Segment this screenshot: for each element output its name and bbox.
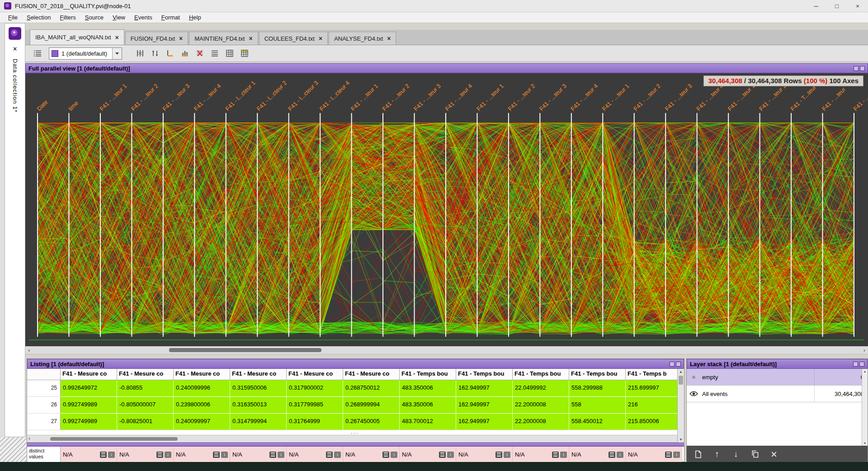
layer-visible-eye-icon[interactable] (687, 391, 700, 396)
duplicate-layer-button[interactable] (749, 448, 761, 460)
listing-column-header[interactable]: F41 - Temps bou (569, 369, 626, 380)
listing-cell[interactable]: 0.317799985 (287, 397, 343, 414)
distinct-cell[interactable]: N/A↕ (400, 447, 456, 462)
distinct-cell[interactable]: N/A↕ (287, 447, 343, 462)
listing-column-header[interactable]: F41 - Mesure co (61, 369, 117, 380)
listing-cell[interactable]: 0.992749989 (61, 414, 117, 430)
tab-close-icon[interactable]: × (115, 34, 119, 41)
listing-column-header[interactable]: F41 - Mesure co (230, 369, 287, 380)
view-selector-dropdown[interactable]: 1 (default/default) (49, 47, 122, 60)
panel-float-icon[interactable] (854, 66, 859, 71)
distinct-list-icon[interactable] (269, 452, 276, 458)
menu-item-source[interactable]: Source (80, 13, 108, 22)
distinct-sort-icon[interactable]: ↕ (673, 452, 680, 458)
listing-cell[interactable]: 0.240099996 (174, 380, 230, 397)
maximize-button[interactable]: □ (826, 0, 847, 12)
listing-cell[interactable]: 483.350006 (400, 397, 456, 414)
distinct-list-icon[interactable] (439, 452, 446, 458)
canvas-h-scrollbar-thumb[interactable] (169, 348, 321, 352)
distinct-sort-icon[interactable]: ↕ (447, 452, 454, 458)
listing-cell[interactable]: 22.2000008 (513, 414, 569, 430)
listing-cell[interactable]: -0.80855 (117, 380, 174, 397)
scroll-left-icon[interactable]: ‹ (28, 435, 30, 442)
listing-cell[interactable]: 0.314799994 (230, 414, 287, 430)
distinct-list-icon[interactable] (495, 452, 502, 458)
scroll-left-icon[interactable]: ‹ (28, 347, 30, 353)
distinct-sort-icon[interactable]: ↕ (108, 452, 115, 458)
listing-v-scrollbar-thumb[interactable] (679, 376, 683, 385)
distinct-list-icon[interactable] (382, 452, 389, 458)
tab-close-icon[interactable]: × (387, 35, 391, 42)
panel-maximize-icon[interactable] (859, 362, 864, 367)
listing-cell[interactable]: 0.315950006 (230, 380, 287, 397)
tab-close-icon[interactable]: × (179, 35, 183, 42)
distinct-cell[interactable]: N/A↕ (456, 447, 513, 462)
listing-column-header[interactable]: F41 - Mesure co (287, 369, 343, 380)
listing-cell[interactable]: 0.316350013 (230, 397, 287, 414)
menu-item-filters[interactable]: Filters (55, 13, 80, 22)
axes-reorder-icon[interactable] (149, 47, 161, 59)
listing-cell[interactable]: 0.317900002 (287, 380, 343, 397)
distinct-cell[interactable]: N/A↕ (513, 447, 569, 462)
listing-cell[interactable]: 0.31764999 (287, 414, 343, 430)
distinct-sort-icon[interactable]: ↕ (504, 452, 510, 458)
listing-column-header[interactable]: F41 - Temps bou (456, 369, 513, 380)
chevron-down-icon[interactable] (112, 48, 122, 59)
rows-list-icon[interactable] (208, 47, 221, 59)
listing-column-header[interactable]: F41 - Mesure co (174, 369, 230, 380)
table-icon[interactable] (223, 47, 236, 59)
distinct-sort-icon[interactable]: ↕ (560, 452, 567, 458)
tab-iba_maint_all_woqnan-txt[interactable]: IBA_MAINT_all_woQNAN.txt× (30, 29, 124, 45)
scroll-right-icon[interactable]: › (863, 347, 865, 353)
listing-cell[interactable]: 483.350006 (400, 380, 456, 397)
collection-close-icon[interactable]: × (13, 45, 17, 52)
listing-cell[interactable]: 162.949997 (456, 380, 513, 397)
scroll-up-icon[interactable]: ▲ (862, 370, 868, 373)
listing-cell[interactable]: -0.80825001 (117, 414, 174, 430)
distinct-cell[interactable]: N/A↕ (117, 447, 174, 462)
distinct-sort-icon[interactable]: ↕ (278, 452, 284, 458)
distinct-list-icon[interactable] (100, 452, 107, 458)
listing-h-scrollbar[interactable]: ‹ › (27, 435, 682, 443)
panel-maximize-icon[interactable] (676, 362, 681, 367)
tab-analyse_fd4-txt[interactable]: ANALYSE_FD4.txt× (329, 32, 396, 45)
listing-column-header[interactable]: F41 - Temps b (626, 369, 682, 380)
distinct-cell[interactable]: N/A↕ (230, 447, 287, 462)
distinct-list-icon[interactable] (552, 452, 559, 458)
delete-layer-button[interactable] (768, 448, 780, 460)
tab-coulees_fd4-txt[interactable]: COULEES_FD4.txt× (259, 32, 328, 45)
listing-cell[interactable]: 0.992649972 (61, 380, 117, 397)
listing-column-header[interactable]: F41 - Mesure co (117, 369, 174, 380)
listing-cell[interactable]: 558.299988 (569, 380, 626, 397)
listing-cell[interactable]: 216 (626, 397, 682, 414)
listing-cell[interactable]: 0.267450005 (343, 414, 400, 430)
listing-column-header[interactable]: F41 - Mesure co (343, 369, 400, 380)
listing-cell[interactable]: 0.240099997 (174, 414, 230, 430)
menu-item-view[interactable]: View (108, 13, 130, 22)
panel-maximize-icon[interactable] (860, 66, 865, 71)
listing-cell[interactable]: 162.949997 (456, 397, 513, 414)
collection-tab[interactable]: × Data collection 1* (5, 23, 25, 437)
menu-item-help[interactable]: Help (184, 13, 206, 22)
distinct-list-icon[interactable] (213, 452, 220, 458)
distinct-cell[interactable]: N/A↕ (569, 447, 626, 462)
layer-row-empty[interactable]: empty0 (687, 369, 868, 386)
listing-cell[interactable]: -0.805000007 (117, 397, 174, 414)
parallel-coordinates-view[interactable]: DatetimeF41 - ...teur 1F41 - ...teur 2F4… (25, 73, 868, 346)
distinct-sort-icon[interactable]: ↕ (391, 452, 397, 458)
listing-cell[interactable]: 215.699997 (626, 380, 682, 397)
axis-baseline-icon[interactable] (164, 47, 176, 59)
distinct-cell[interactable]: N/A↕ (174, 447, 230, 462)
listing-cell[interactable]: 0.239800006 (174, 397, 230, 414)
layer-row-all-events[interactable]: All events30,464,308 (687, 386, 868, 402)
listing-row-number[interactable]: 25 (27, 380, 61, 397)
layer-hidden-icon[interactable] (687, 376, 700, 379)
distinct-list-icon[interactable] (665, 452, 672, 458)
listing-column-header[interactable]: F41 - Temps bou (400, 369, 456, 380)
distinct-cell[interactable]: N/A↕ (343, 447, 400, 462)
move-layer-down-button[interactable]: ↓ (730, 448, 742, 460)
tab-fusion_fd4-txt[interactable]: FUSION_FD4.txt× (125, 32, 188, 45)
layer-v-scrollbar[interactable]: ▲ ▼ (862, 369, 868, 446)
listing-cell[interactable]: 483.700012 (400, 414, 456, 430)
canvas-h-scrollbar[interactable]: ‹ › (25, 346, 868, 354)
